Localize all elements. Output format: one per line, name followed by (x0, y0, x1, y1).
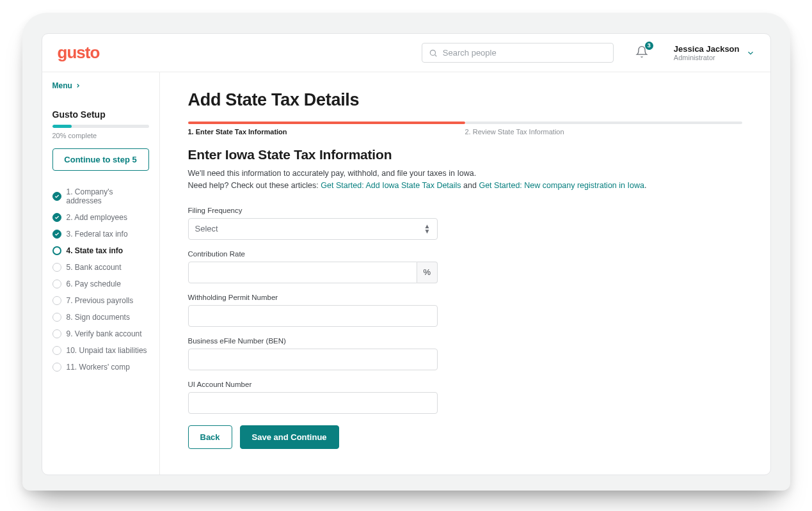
user-menu[interactable]: Jessica Jackson Administrator (670, 44, 755, 61)
user-name: Jessica Jackson (674, 44, 740, 54)
step-item-6[interactable]: 6. Pay schedule (52, 276, 149, 292)
state-tax-form: Filing Frequency Select ▲▼ Contribution … (188, 207, 438, 449)
step-item-4[interactable]: 4. State tax info (52, 242, 149, 259)
step-dot-icon (52, 346, 61, 355)
step-label: 4. State tax info (67, 246, 123, 255)
continue-button[interactable]: Continue to step 5 (52, 148, 149, 171)
ui-account-label: UI Account Number (188, 381, 438, 388)
progress-label: 20% complete (52, 132, 149, 139)
step-item-2[interactable]: 2. Add employees (52, 209, 149, 226)
chevron-right-icon (75, 83, 81, 89)
logo: gusto (58, 43, 100, 63)
svg-point-0 (430, 50, 435, 55)
percent-suffix: % (417, 262, 437, 283)
step-label: 7. Previous payrolls (67, 296, 134, 305)
tab-label: 1. Enter State Tax Information (188, 128, 465, 136)
step-list: 1. Company's addresses2. Add employees3.… (52, 184, 149, 375)
save-continue-button[interactable]: Save and Continue (240, 425, 339, 449)
search-box[interactable] (422, 43, 614, 63)
withholding-permit-label: Withholding Permit Number (188, 294, 438, 301)
contribution-rate-input[interactable] (188, 262, 418, 283)
notifications-button[interactable]: 3 (626, 42, 657, 64)
app-window: gusto 3 Jessica Jackson Administrator (42, 33, 771, 475)
step-label: 1. Company's addresses (67, 187, 149, 205)
select-sort-icon: ▲▼ (424, 224, 431, 234)
ui-account-input[interactable] (188, 392, 438, 414)
step-dot-icon (52, 363, 61, 372)
help-text: Need help? Check out these articles: Get… (188, 180, 742, 192)
step-label: 9. Verify bank account (67, 329, 142, 338)
check-icon (52, 230, 61, 239)
ben-label: Business eFile Number (BEN) (188, 337, 438, 345)
search-icon (429, 49, 438, 58)
step-item-8[interactable]: 8. Sign documents (52, 309, 149, 326)
step-dot-icon (52, 263, 61, 272)
step-dot-icon (52, 279, 61, 288)
step-label: 6. Pay schedule (67, 279, 121, 288)
progress-bar (52, 125, 149, 128)
back-button[interactable]: Back (188, 425, 232, 449)
menu-label: Menu (52, 81, 72, 90)
step-label: 5. Bank account (67, 263, 122, 272)
page-title: Add State Tax Details (188, 90, 742, 110)
tab-label: 2. Review State Tax Information (465, 128, 742, 136)
step-label: 8. Sign documents (67, 313, 130, 322)
filing-frequency-value: Select (195, 224, 218, 233)
main-content: Add State Tax Details 1. Enter State Tax… (160, 72, 770, 475)
step-item-3[interactable]: 3. Federal tax info (52, 226, 149, 242)
step-item-1[interactable]: 1. Company's addresses (52, 184, 149, 209)
step-label: 3. Federal tax info (67, 230, 128, 239)
notification-badge: 3 (645, 42, 653, 50)
step-dot-icon (52, 246, 61, 255)
user-role: Administrator (674, 54, 740, 61)
step-item-9[interactable]: 9. Verify bank account (52, 326, 149, 342)
step-label: 11. Workers' comp (67, 363, 130, 372)
chevron-down-icon (746, 49, 755, 58)
sidebar: Menu Gusto Setup 20% complete Continue t… (42, 72, 160, 475)
tab-1[interactable]: 1. Enter State Tax Information (188, 122, 465, 136)
intro-text: We'll need this information to accuratel… (188, 168, 742, 180)
help-link-2[interactable]: Get Started: New company registration in… (479, 181, 644, 190)
step-item-7[interactable]: 7. Previous payrolls (52, 292, 149, 309)
help-link-1[interactable]: Get Started: Add Iowa State Tax Details (321, 181, 461, 190)
tabs-bar: 1. Enter State Tax Information2. Review … (188, 122, 742, 136)
step-dot-icon (52, 313, 61, 322)
step-item-11[interactable]: 11. Workers' comp (52, 359, 149, 375)
contribution-rate-label: Contribution Rate (188, 250, 438, 258)
step-item-10[interactable]: 10. Unpaid tax liabilities (52, 342, 149, 359)
withholding-permit-input[interactable] (188, 305, 438, 327)
search-input[interactable] (443, 48, 607, 58)
filing-frequency-label: Filing Frequency (188, 207, 438, 214)
ben-input[interactable] (188, 349, 438, 370)
section-title: Enter Iowa State Tax Information (188, 147, 742, 162)
tab-2[interactable]: 2. Review State Tax Information (465, 122, 742, 136)
app-header: gusto 3 Jessica Jackson Administrator (42, 34, 770, 72)
step-label: 10. Unpaid tax liabilities (67, 346, 147, 355)
svg-line-1 (435, 54, 437, 56)
step-dot-icon (52, 296, 61, 305)
check-icon (52, 192, 61, 201)
check-icon (52, 213, 61, 222)
step-dot-icon (52, 329, 61, 338)
device-frame: gusto 3 Jessica Jackson Administrator (22, 13, 790, 491)
step-item-5[interactable]: 5. Bank account (52, 259, 149, 276)
filing-frequency-select[interactable]: Select ▲▼ (188, 218, 438, 240)
setup-title: Gusto Setup (52, 109, 149, 120)
step-label: 2. Add employees (67, 213, 127, 222)
menu-toggle[interactable]: Menu (52, 81, 149, 90)
